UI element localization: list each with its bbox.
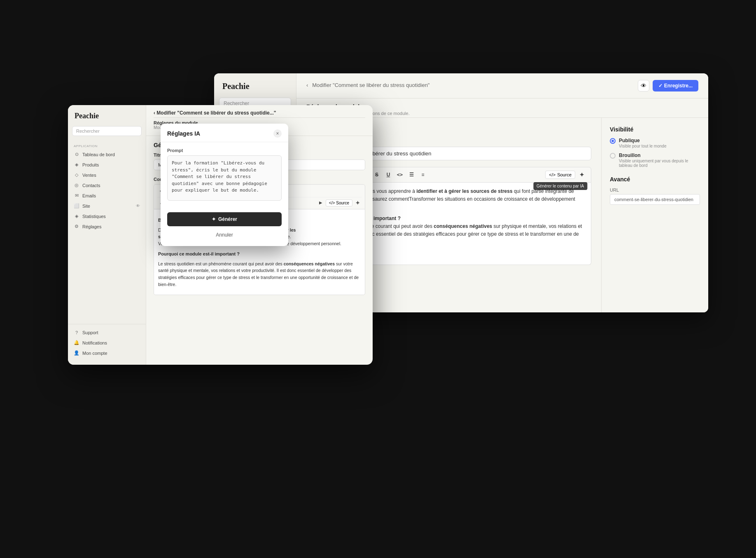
front-nav-emails-label: Emails (82, 193, 96, 198)
front-nav-site[interactable]: ⬜ Site 👁 (68, 201, 146, 211)
back-draft-radio[interactable] (610, 153, 616, 159)
back-visibility-section: Visibilité Publique Visible pour tout le… (610, 126, 700, 168)
back-draft-option[interactable]: Brouillon Visible uniquement par vous de… (610, 152, 700, 168)
front-nav-sales[interactable]: ◇ Ventes (68, 170, 146, 180)
modal-close-button[interactable]: × (273, 129, 282, 138)
modal-generate-button[interactable]: ✦ Générer (167, 212, 282, 226)
notifications-icon: 🔔 (74, 340, 79, 345)
back-draft-label: Brouillon (619, 152, 700, 158)
front-nav-account[interactable]: 👤 Mon compte (68, 348, 146, 358)
front-source-icon: </> (329, 201, 335, 205)
back-code-btn[interactable]: <> (395, 170, 405, 180)
eye-icon: 👁 (136, 204, 140, 208)
front-section-app: APPLICATION (68, 142, 146, 149)
front-nav-site-label: Site (82, 204, 90, 209)
back-strike-btn[interactable]: S (372, 170, 382, 180)
front-nav-products[interactable]: ◈ Produits (68, 159, 146, 170)
front-nav-notifications-label: Notifications (82, 340, 107, 345)
ai-settings-modal: Réglages IA × Prompt Pour la formation "… (161, 124, 288, 246)
front-nav-dashboard[interactable]: ⊙ Tableau de bord (68, 149, 146, 159)
generate-icon: ✦ (212, 216, 216, 222)
modal-title: Réglages IA (167, 130, 200, 137)
back-logo: Peachie (214, 82, 296, 98)
sales-icon: ◇ (74, 172, 79, 178)
products-icon: ◈ (74, 162, 79, 167)
front-nav-support[interactable]: ? Support (68, 328, 146, 338)
preview-button[interactable]: 👁 (638, 80, 649, 91)
front-logo: Peachie (68, 112, 146, 126)
back-ai-btn[interactable]: ✦ (577, 170, 587, 180)
back-source-button[interactable]: </> Source Générer le contenu par IA (545, 171, 575, 179)
front-nav-notifications[interactable]: 🔔 Notifications (68, 338, 146, 348)
front-source-button[interactable]: </> Source (326, 199, 352, 206)
front-nav-support-label: Support (82, 330, 98, 335)
back-advanced-section: Avancé URL (610, 176, 700, 205)
modal-footer: ✦ Générer Annuler (161, 208, 288, 246)
stats-icon: ◈ (74, 213, 79, 219)
site-icon: ⬜ (74, 203, 79, 209)
back-public-radio[interactable] (610, 138, 616, 144)
back-source-label: Source (557, 172, 572, 177)
back-underline-btn[interactable]: U (383, 170, 393, 180)
modal-prompt-label: Prompt (167, 148, 282, 153)
front-search[interactable]: Rechercher (72, 126, 142, 136)
back-ol-btn[interactable]: ≡ (418, 170, 428, 180)
front-source-label: Source (336, 201, 349, 205)
settings-icon: ⚙ (74, 224, 79, 229)
front-sidebar: Peachie Rechercher APPLICATION ⊙ Tableau… (68, 105, 146, 365)
back-ul-btn[interactable]: ☰ (406, 170, 416, 180)
front-nav-account-label: Mon compte (82, 351, 107, 356)
modal-header: Réglages IA × (161, 124, 288, 142)
front-nav-stats[interactable]: ◈ Statistiques (68, 211, 146, 221)
back-ai-tooltip: Générer le contenu par IA (533, 182, 587, 190)
front-ai-btn[interactable]: ✦ (353, 199, 362, 207)
back-header: ‹ Modifier "Comment se libérer du stress… (296, 73, 708, 98)
back-url-input[interactable] (610, 194, 700, 205)
front-nav-settings[interactable]: ⚙ Réglages (68, 221, 146, 232)
support-icon: ? (74, 330, 79, 335)
back-header-actions: 👁 ✓ Enregistre... (638, 80, 698, 91)
back-public-label: Publique (619, 138, 666, 143)
dashboard-icon: ⊙ (74, 152, 79, 157)
modal-generate-label: Générer (218, 216, 237, 222)
save-label: Enregistre... (664, 83, 693, 89)
back-arrow[interactable]: ‹ (306, 82, 308, 88)
front-pourquoi-heading: Pourquoi ce module est-il important ? (158, 251, 361, 258)
back-page-title: Modifier "Comment se libérer du stress q… (312, 82, 429, 88)
back-public-option[interactable]: Publique Visible pour tout le monde (610, 138, 700, 148)
contacts-icon: ◎ (74, 183, 79, 188)
front-media-btn[interactable]: ▶ (317, 199, 325, 207)
front-nav-products-label: Produits (82, 162, 99, 167)
front-nav-contacts-label: Contacts (82, 183, 100, 188)
front-sidebar-bottom: ? Support 🔔 Notifications 👤 Mon compte (68, 324, 146, 358)
front-nav-emails[interactable]: ✉ Emails (68, 190, 146, 201)
check-icon: ✓ (658, 83, 663, 89)
modal-prompt-textarea[interactable]: Pour la formation "Libérez-vous du stres… (167, 155, 282, 201)
back-public-desc: Visible pour tout le monde (619, 144, 666, 148)
back-advanced-title: Avancé (610, 176, 700, 183)
back-breadcrumb: ‹ Modifier "Comment se libérer du stress… (306, 82, 429, 88)
back-right-panel: Visibilité Publique Visible pour tout le… (601, 118, 708, 312)
front-nav-settings-label: Réglages (82, 224, 101, 229)
back-visibility-title: Visibilité (610, 126, 700, 133)
front-nav-stats-label: Statistiques (82, 214, 106, 219)
back-draft-desc: Visible uniquement par vous depuis le ta… (619, 159, 700, 168)
account-icon: 👤 (74, 350, 79, 356)
front-nav-dashboard-label: Tableau de bord (82, 152, 115, 157)
emails-icon: ✉ (74, 193, 79, 198)
source-icon: </> (549, 172, 555, 177)
modal-body: Prompt Pour la formation "Libérez-vous d… (161, 142, 288, 208)
front-nav-sales-label: Ventes (82, 173, 96, 178)
front-para2: Le stress quotidien est un phénomène cou… (158, 260, 361, 288)
front-breadcrumb-text: Modifier "Comment se libérer du stress q… (156, 110, 276, 116)
back-url-label: URL (610, 188, 700, 192)
front-page-title: ‹ Modifier "Comment se libérer du stress… (154, 110, 365, 116)
save-button[interactable]: ✓ Enregistre... (653, 80, 698, 91)
modal-cancel-button[interactable]: Annuler (167, 230, 282, 240)
front-nav-contacts[interactable]: ◎ Contacts (68, 180, 146, 190)
